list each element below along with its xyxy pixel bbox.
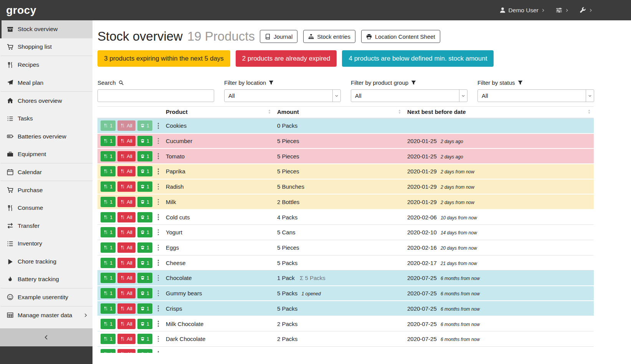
- stock-entries-button[interactable]: Stock entries: [303, 30, 355, 43]
- consume-all-button[interactable]: All: [117, 258, 135, 268]
- consume-all-button[interactable]: All: [117, 242, 135, 253]
- consume-all-button[interactable]: All: [117, 212, 135, 222]
- sidebar-item-recipes[interactable]: Recipes: [0, 56, 93, 74]
- sidebar-item-calendar[interactable]: Calendar: [0, 163, 93, 181]
- sidebar-item-stock-overview[interactable]: Stock overview: [0, 20, 93, 38]
- consume-all-button[interactable]: All: [117, 303, 135, 314]
- consume-one-button[interactable]: 1: [101, 181, 116, 192]
- open-one-button[interactable]: 1: [137, 319, 152, 329]
- amount-column-header[interactable]: Amount ▲▼: [274, 107, 404, 119]
- consume-all-button[interactable]: All: [117, 136, 135, 146]
- location-filter-select[interactable]: All: [224, 89, 341, 102]
- journal-button[interactable]: Journal: [260, 30, 297, 43]
- product-column-header[interactable]: Product ▲▼: [163, 107, 274, 119]
- consume-all-button[interactable]: All: [117, 197, 135, 207]
- consume-all-button[interactable]: All: [117, 166, 135, 176]
- app-logo[interactable]: grocy: [6, 4, 36, 16]
- sidebar-item-inventory[interactable]: Inventory: [0, 235, 93, 253]
- consume-all-button[interactable]: All: [117, 349, 135, 353]
- open-one-button[interactable]: 1: [137, 242, 152, 253]
- search-input[interactable]: [97, 89, 214, 102]
- expiring-banner[interactable]: 3 products expiring within the next 5 da…: [97, 50, 230, 67]
- consume-all-button[interactable]: All: [117, 181, 135, 192]
- consume-one-button[interactable]: 1: [101, 212, 116, 222]
- row-menu-button[interactable]: [155, 197, 162, 207]
- sidebar-item-consume[interactable]: Consume: [0, 199, 93, 217]
- row-menu-button[interactable]: [155, 319, 162, 329]
- open-one-button[interactable]: 1: [137, 212, 152, 222]
- open-one-button[interactable]: 1: [137, 227, 152, 237]
- sidebar-item-transfer[interactable]: Transfer: [0, 217, 93, 235]
- expired-banner[interactable]: 2 products are already expired: [236, 50, 337, 67]
- sidebar-item-shopping-list[interactable]: Shopping list: [0, 38, 93, 56]
- row-menu-button[interactable]: [155, 227, 162, 237]
- location-content-sheet-button[interactable]: Location Content Sheet: [361, 30, 440, 43]
- row-menu-button[interactable]: [155, 349, 162, 353]
- consume-one-button[interactable]: 1: [101, 288, 116, 298]
- sidebar-item-tasks[interactable]: Tasks: [0, 110, 93, 128]
- row-menu-button[interactable]: [155, 303, 162, 313]
- consume-one-button[interactable]: 1: [101, 120, 116, 131]
- sidebar-item-manage-master-data[interactable]: Manage master data: [0, 306, 93, 324]
- open-one-button[interactable]: 1: [137, 334, 152, 344]
- consume-one-button[interactable]: 1: [101, 166, 116, 176]
- amount-cell: 5 Bunches: [274, 179, 404, 194]
- row-menu-button[interactable]: [155, 334, 162, 344]
- consume-all-button[interactable]: All: [117, 227, 135, 237]
- consume-one-button[interactable]: 1: [101, 273, 116, 283]
- open-one-button[interactable]: 1: [137, 273, 152, 283]
- consume-one-button[interactable]: 1: [101, 197, 116, 207]
- sidebar-item-batteries-overview[interactable]: Batteries overview: [0, 128, 93, 146]
- open-one-button[interactable]: 1: [137, 258, 152, 268]
- consume-one-button[interactable]: 1: [101, 227, 116, 237]
- open-one-button[interactable]: 1: [137, 166, 152, 176]
- consume-one-button[interactable]: 1: [101, 151, 116, 161]
- consume-one-button[interactable]: 1: [101, 334, 116, 344]
- open-one-button[interactable]: 1: [137, 151, 152, 161]
- consume-one-button[interactable]: 1: [101, 349, 116, 353]
- row-menu-button[interactable]: [155, 136, 162, 146]
- row-menu-button[interactable]: [155, 151, 162, 161]
- open-one-button[interactable]: 1: [137, 136, 152, 146]
- sidebar-item-meal-plan[interactable]: Meal plan: [0, 74, 93, 92]
- row-menu-button[interactable]: [155, 273, 162, 283]
- consume-all-button[interactable]: All: [117, 273, 135, 283]
- open-one-button[interactable]: 1: [137, 349, 152, 353]
- row-menu-button[interactable]: [155, 212, 162, 222]
- row-menu-button[interactable]: [155, 258, 162, 268]
- open-one-button[interactable]: 1: [137, 197, 152, 207]
- consume-all-button[interactable]: All: [117, 288, 135, 298]
- row-menu-button[interactable]: [155, 166, 162, 176]
- settings-menu[interactable]: [556, 7, 569, 13]
- consume-one-button[interactable]: 1: [101, 303, 116, 314]
- status-filter-select[interactable]: All: [477, 89, 594, 102]
- best-before-column-header[interactable]: Next best before date ▲▼: [404, 107, 594, 119]
- consume-one-button[interactable]: 1: [101, 258, 116, 268]
- consume-one-button[interactable]: 1: [101, 242, 116, 253]
- sidebar-item-equipment[interactable]: Equipment: [0, 145, 93, 163]
- admin-menu[interactable]: [580, 7, 593, 13]
- open-one-button[interactable]: 1: [137, 303, 152, 314]
- sidebar-item-battery-tracking[interactable]: Battery tracking: [0, 270, 93, 288]
- consume-one-button[interactable]: 1: [101, 136, 116, 146]
- consume-one-button[interactable]: 1: [101, 319, 116, 329]
- consume-all-button[interactable]: All: [117, 120, 135, 131]
- open-one-button[interactable]: 1: [137, 181, 152, 192]
- sidebar-item-example-userentity[interactable]: Example userentity: [0, 288, 93, 306]
- open-one-button[interactable]: 1: [137, 288, 152, 298]
- row-menu-button[interactable]: [155, 243, 162, 253]
- row-menu-button[interactable]: [155, 182, 162, 192]
- product-group-filter-select[interactable]: All: [351, 89, 467, 102]
- user-menu[interactable]: Demo User: [499, 7, 545, 14]
- sidebar-item-chore-tracking[interactable]: Chore tracking: [0, 253, 93, 271]
- consume-all-button[interactable]: All: [117, 319, 135, 329]
- sidebar-collapse-button[interactable]: [0, 328, 93, 346]
- consume-all-button[interactable]: All: [117, 334, 135, 344]
- open-one-button[interactable]: 1: [137, 120, 152, 131]
- below-min-stock-banner[interactable]: 4 products are below defined min. stock …: [342, 50, 494, 67]
- sidebar-item-chores-overview[interactable]: Chores overview: [0, 92, 93, 110]
- consume-all-button[interactable]: All: [117, 151, 135, 161]
- row-menu-button[interactable]: [155, 288, 162, 298]
- sidebar-item-purchase[interactable]: Purchase: [0, 181, 93, 199]
- row-menu-button[interactable]: [155, 121, 162, 131]
